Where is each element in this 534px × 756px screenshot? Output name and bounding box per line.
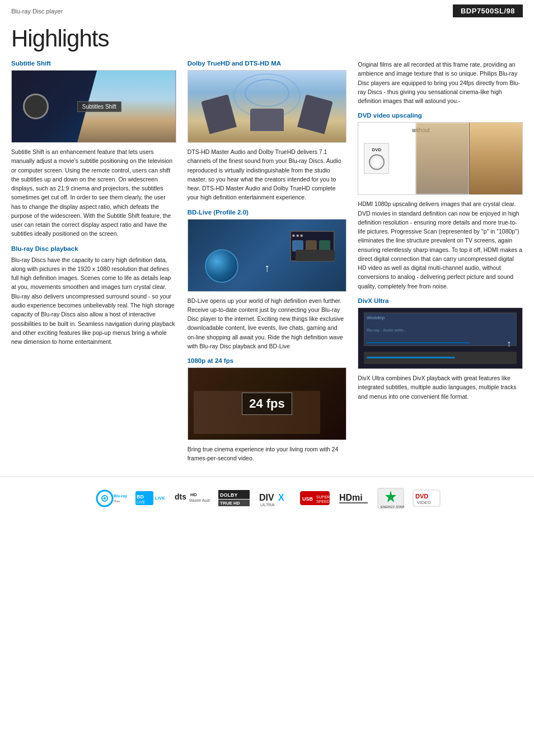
svg-text:X: X: [278, 493, 284, 502]
dvd-upscaling-title: DVD video upscaling: [358, 112, 523, 119]
svg-text:Disc: Disc: [114, 500, 120, 503]
bdlive-image: ■ ■ ■ ↑: [188, 219, 347, 292]
bdlive-text: BD-Live opens up your world of high defi…: [188, 296, 347, 351]
usb-icon: USB SUPER SPEED: [299, 488, 330, 508]
logo-dvd: DVD VIDEO: [413, 488, 441, 508]
logo-hdmi: HDmi: [338, 488, 369, 508]
dvd-upscaling-image: without with DVD: [358, 122, 523, 195]
svg-text:ULTRA: ULTRA: [260, 502, 275, 507]
dolby-title: Dolby TrueHD and DTS-HD MA: [188, 60, 347, 67]
fps-badge-text: 24 fps: [249, 396, 285, 410]
product-type-label: Blu-ray Disc player: [11, 8, 63, 15]
logo-dolby: DOLBY TRUE HD: [218, 488, 250, 508]
svg-text:USB: USB: [302, 496, 313, 502]
dts-icon: dts HD Master Audio: [174, 488, 210, 508]
divx-image: Worldtrip Blu-ray... Audio settin... ↑: [358, 307, 523, 369]
column-2: Dolby TrueHD and DTS-HD MA DTS-HD Master…: [182, 60, 353, 468]
fps-title: 1080p at 24 fps: [188, 357, 347, 364]
column-1: Subtitle Shift Subtitles Shift Subtitle …: [11, 60, 182, 468]
speaker-center: [250, 109, 284, 131]
divx-icon: DIV X ULTRA .: [258, 488, 292, 508]
svg-point-2: [104, 497, 106, 500]
svg-text:.: .: [259, 492, 260, 496]
divx-screen-title: Worldtrip: [367, 315, 514, 320]
dvd-without-side: [416, 123, 469, 194]
logo-bluray: Blu-ray Disc: [93, 488, 127, 508]
divx-progress: [367, 342, 470, 343]
top-bar: Blu-ray Disc player BDP7500SL/98: [0, 0, 534, 20]
bluray-disc-icon: Blu-ray Disc: [93, 488, 127, 508]
subtitle-shift-title: Subtitle Shift: [11, 60, 176, 67]
fps-text: Bring true cinema experience into your l…: [188, 445, 347, 463]
footer-logos: Blu-ray Disc BD LIVE LIVE dts HD Master …: [0, 477, 534, 517]
svg-text:HD: HD: [190, 492, 197, 497]
dvd-divider: [469, 123, 470, 194]
divx-arrow: ↑: [507, 339, 511, 349]
svg-text:SUPER: SUPER: [316, 495, 330, 499]
bd-player: [296, 250, 335, 261]
dvd-with-side: [469, 123, 522, 194]
divx-text: DivX Ultra combines DivX playback with g…: [358, 374, 523, 401]
bdlive-icon: BD LIVE LIVE: [135, 488, 166, 508]
divx-player-bar: [367, 357, 455, 358]
content-area: Subtitle Shift Subtitles Shift Subtitle …: [0, 60, 534, 468]
logo-usb: USB SUPER SPEED: [299, 488, 330, 508]
divx-title: DivX Ultra: [358, 297, 523, 304]
dolby-image: [188, 70, 347, 143]
dvd-circle: [369, 155, 385, 170]
fps-badge: 24 fps: [242, 393, 292, 415]
bdlive-title: BD-Live (Profile 2.0): [188, 209, 347, 216]
svg-text:LIVE: LIVE: [137, 500, 146, 504]
subtitle-label-overlay: Subtitles Shift: [77, 101, 121, 112]
globe: [205, 249, 238, 283]
bluray-playback-text: Blu-ray Discs have the capacity to carry…: [11, 255, 176, 347]
divx-screen-subtitle: Blu-ray... Audio settin...: [367, 328, 514, 332]
divx-screen: Worldtrip Blu-ray... Audio settin...: [364, 312, 517, 346]
svg-text:DOLBY: DOLBY: [220, 492, 238, 498]
svg-text:BD: BD: [137, 494, 144, 500]
logo-energy: ENERGY STAR: [377, 487, 405, 510]
svg-text:LIVE: LIVE: [155, 496, 165, 501]
subtitle-shift-text: Subtitle Shift is an enhancement feature…: [11, 147, 176, 239]
svg-text:dts: dts: [175, 492, 186, 501]
svg-text:Blu-ray: Blu-ray: [114, 494, 127, 498]
dolby-icon: DOLBY TRUE HD: [218, 488, 250, 508]
page-title: Highlights: [0, 20, 534, 60]
svg-text:TRUE HD: TRUE HD: [220, 501, 240, 506]
svg-text:Master Audio: Master Audio: [189, 498, 210, 502]
svg-text:VIDEO: VIDEO: [417, 500, 431, 505]
product-id-box: BDP7500SL/98: [453, 4, 523, 17]
energy-star-icon: ENERGY STAR: [377, 487, 405, 510]
hdmi-icon: HDmi: [338, 488, 369, 508]
dolby-text: DTS-HD Master Audio and Dolby TrueHD del…: [188, 147, 347, 202]
intro-text: Original films are all recorded at this …: [358, 60, 523, 105]
logo-dts: dts HD Master Audio: [174, 488, 210, 508]
logo-divx: DIV X ULTRA .: [258, 488, 292, 508]
sound-wave-inner: [245, 79, 289, 107]
svg-text:HDmi: HDmi: [339, 493, 363, 502]
dvd-disc: DVD: [364, 143, 389, 174]
speaker-left: [201, 95, 237, 134]
bluray-playback-title: Blu-ray Disc playback: [11, 245, 176, 252]
bd-arrow: ↑: [264, 262, 270, 274]
svg-text:DIV: DIV: [259, 493, 274, 502]
logo-bdlive: BD LIVE LIVE: [135, 488, 166, 508]
dvd-disc-label: DVD: [372, 147, 381, 152]
svg-text:SPEED: SPEED: [316, 500, 330, 503]
divx-player: [364, 352, 517, 364]
dvd-video-icon: DVD VIDEO: [413, 488, 441, 508]
column-3: Original films are all recorded at this …: [352, 60, 523, 468]
svg-text:DVD: DVD: [415, 493, 428, 500]
fps-image: 24 fps: [188, 367, 347, 440]
speaker-right: [297, 95, 333, 134]
dvd-upscaling-text: HDMI 1080p upscaling delivers images tha…: [358, 199, 523, 291]
svg-text:ENERGY STAR: ENERGY STAR: [381, 505, 405, 508]
subtitle-shift-image: Subtitles Shift: [11, 70, 176, 143]
